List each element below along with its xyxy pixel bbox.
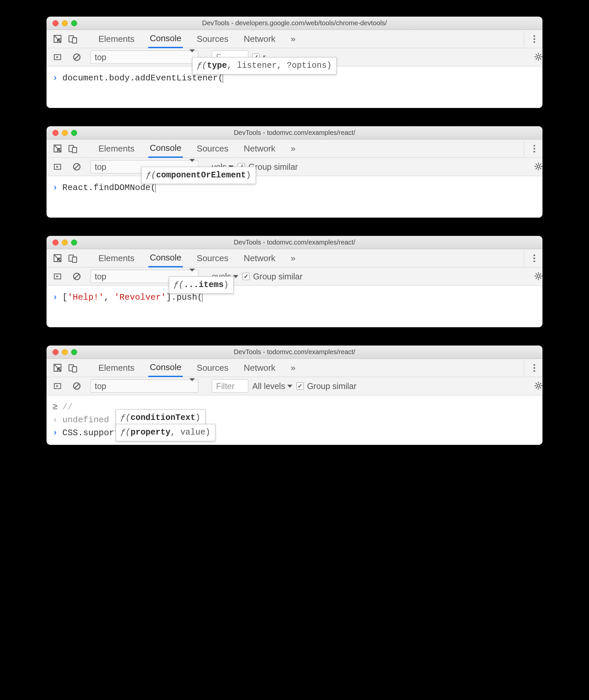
kebab-menu-icon[interactable] <box>524 141 539 156</box>
toggle-device-icon[interactable] <box>65 141 80 156</box>
show-console-drawer-icon[interactable] <box>50 49 65 65</box>
toggle-device-icon[interactable] <box>65 251 80 266</box>
more-tabs-button[interactable]: » <box>289 139 297 157</box>
clear-console-icon[interactable] <box>69 49 84 65</box>
tab-console[interactable]: Console <box>148 250 183 268</box>
tooltip-text: conditionText <box>131 413 195 423</box>
select-element-icon[interactable] <box>50 31 65 46</box>
window-title: DevTools - todomvc.com/examples/react/ <box>234 348 355 356</box>
minimize-icon[interactable] <box>62 240 68 246</box>
tab-network[interactable]: Network <box>242 359 276 377</box>
toggle-device-icon[interactable] <box>65 31 80 46</box>
devtools-window: DevTools - todomvc.com/examples/react/ E… <box>46 236 543 327</box>
tab-console[interactable]: Console <box>148 30 183 48</box>
traffic-lights <box>52 240 77 246</box>
clear-console-icon[interactable] <box>69 159 84 174</box>
tab-elements[interactable]: Elements <box>97 249 136 267</box>
prompt-icon: › <box>52 72 58 85</box>
close-icon[interactable] <box>52 240 58 246</box>
code-token: [ <box>62 292 68 302</box>
kebab-menu-icon[interactable] <box>524 360 539 375</box>
minimize-icon[interactable] <box>62 20 68 26</box>
code[interactable]: // <box>62 401 73 414</box>
select-element-icon[interactable] <box>50 360 65 375</box>
devtools-window: DevTools - todomvc.com/examples/react/ E… <box>46 346 543 445</box>
devtools-tabs: ElementsConsoleSourcesNetwork» <box>46 359 543 377</box>
prompt-icon: › <box>52 182 58 195</box>
toggle-device-icon[interactable] <box>65 360 80 375</box>
maximize-icon[interactable] <box>71 349 77 355</box>
group-similar-toggle[interactable]: ✓ Group similar <box>242 272 303 281</box>
select-element-icon[interactable] <box>50 251 65 266</box>
close-icon[interactable] <box>52 349 58 355</box>
devtools-window: DevTools - todomvc.com/examples/react/ E… <box>46 126 543 218</box>
filter-input[interactable]: Filter <box>212 379 248 393</box>
console-line[interactable]: › ƒ(componentOrElement)React.findDOMNode… <box>52 182 537 195</box>
gear-icon[interactable] <box>533 270 543 282</box>
tab-console[interactable]: Console <box>148 140 183 158</box>
console-body[interactable]: › ƒ(type, listener, ?options)document.bo… <box>46 66 543 108</box>
window-title: DevTools - developers.google.com/web/too… <box>202 19 387 27</box>
select-element-icon[interactable] <box>50 141 65 156</box>
maximize-icon[interactable] <box>71 20 77 26</box>
close-icon[interactable] <box>52 20 58 26</box>
more-tabs-button[interactable]: » <box>289 359 297 377</box>
code[interactable]: ƒ(...items)['Help!', 'Revolver'].push( <box>62 291 202 304</box>
code[interactable]: ƒ(conditionText)ƒ(property, value)CSS.su… <box>62 427 130 439</box>
clear-console-icon[interactable] <box>69 269 84 284</box>
tab-elements[interactable]: Elements <box>97 359 136 377</box>
minimize-icon[interactable] <box>62 349 68 355</box>
gear-icon[interactable] <box>533 380 543 392</box>
chevron-down-icon <box>287 385 292 388</box>
code[interactable]: ƒ(type, listener, ?options)document.body… <box>62 72 223 85</box>
tooltip-text: ƒ( <box>197 61 207 70</box>
code[interactable]: ƒ(componentOrElement)React.findDOMNode( <box>62 182 156 195</box>
tab-sources[interactable]: Sources <box>195 249 230 267</box>
tab-list: ElementsConsoleSourcesNetwork» <box>97 30 297 48</box>
kebab-menu-icon[interactable] <box>524 251 539 266</box>
console-line[interactable]: › ƒ(type, listener, ?options)document.bo… <box>52 72 537 85</box>
tab-network[interactable]: Network <box>242 139 276 157</box>
checkbox-icon[interactable]: ✓ <box>297 382 304 390</box>
console-body[interactable]: › ƒ(...items)['Help!', 'Revolver'].push( <box>46 286 543 327</box>
log-levels-dropdown[interactable]: All levels <box>252 379 292 393</box>
show-console-drawer-icon[interactable] <box>50 378 65 394</box>
chevron-down-icon <box>189 381 195 391</box>
tab-console[interactable]: Console <box>148 359 183 377</box>
close-icon[interactable] <box>52 130 58 136</box>
tab-elements[interactable]: Elements <box>97 139 136 157</box>
tab-elements[interactable]: Elements <box>97 30 136 48</box>
console-line[interactable]: › ƒ(conditionText)ƒ(property, value)CSS.… <box>52 427 537 439</box>
tab-network[interactable]: Network <box>242 249 276 267</box>
maximize-icon[interactable] <box>71 240 77 246</box>
console-toolbar: top Filter All levels ✓ Group similar <box>46 377 543 395</box>
traffic-lights <box>52 130 77 136</box>
tab-sources[interactable]: Sources <box>195 30 230 48</box>
tab-sources[interactable]: Sources <box>195 359 230 377</box>
code-token: 'Revolver' <box>114 292 166 302</box>
clear-console-icon[interactable] <box>69 378 84 394</box>
tab-network[interactable]: Network <box>242 30 276 48</box>
more-tabs-button[interactable]: » <box>289 30 297 48</box>
output-icon: ‹ <box>52 414 58 427</box>
console-body[interactable]: › ƒ(componentOrElement)React.findDOMNode… <box>46 176 543 218</box>
maximize-icon[interactable] <box>71 130 77 136</box>
mac-titlebar: DevTools - developers.google.com/web/too… <box>46 17 543 30</box>
tab-sources[interactable]: Sources <box>195 139 230 157</box>
eager-eval-icon: ≥ <box>52 401 58 414</box>
execution-context-select[interactable]: top <box>90 379 198 393</box>
console-body[interactable]: ≥ // ‹ undefined › ƒ(conditionText)ƒ(pro… <box>46 395 543 445</box>
window-title: DevTools - todomvc.com/examples/react/ <box>234 239 355 246</box>
minimize-icon[interactable] <box>62 130 68 136</box>
more-tabs-button[interactable]: » <box>289 249 297 267</box>
group-similar-toggle[interactable]: ✓ Group similar <box>297 381 357 391</box>
show-console-drawer-icon[interactable] <box>50 269 65 284</box>
show-console-drawer-icon[interactable] <box>50 159 65 174</box>
kebab-menu-icon[interactable] <box>524 31 539 46</box>
execution-context-select[interactable]: top <box>90 50 198 64</box>
checkbox-icon[interactable]: ✓ <box>242 273 250 280</box>
code[interactable]: undefined <box>62 414 109 427</box>
gear-icon[interactable] <box>533 51 543 63</box>
gear-icon[interactable] <box>533 160 543 172</box>
console-line[interactable]: › ƒ(...items)['Help!', 'Revolver'].push( <box>52 291 537 304</box>
